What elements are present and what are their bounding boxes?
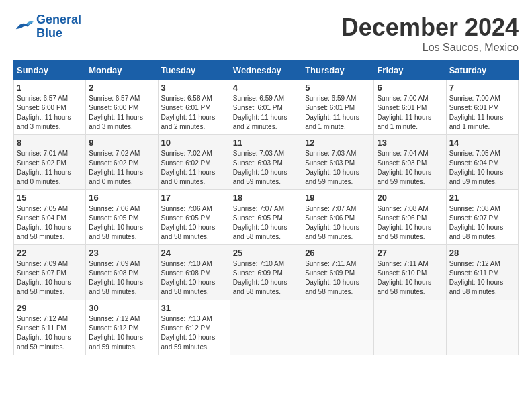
calendar-cell: 10Sunrise: 7:02 AM Sunset: 6:02 PM Dayli… [158, 135, 230, 190]
day-info: Sunrise: 7:12 AM Sunset: 6:11 PM Dayligh… [17, 314, 83, 352]
calendar-cell: 23Sunrise: 7:09 AM Sunset: 6:08 PM Dayli… [86, 245, 158, 300]
day-info: Sunrise: 7:08 AM Sunset: 6:06 PM Dayligh… [377, 204, 443, 242]
calendar-cell: 12Sunrise: 7:03 AM Sunset: 6:03 PM Dayli… [302, 135, 374, 190]
title-section: December 2024 Los Saucos, Mexico [341, 13, 519, 54]
calendar-table: SundayMondayTuesdayWednesdayThursdayFrid… [13, 60, 519, 355]
day-info: Sunrise: 6:57 AM Sunset: 6:00 PM Dayligh… [89, 94, 154, 132]
calendar-cell: 31Sunrise: 7:13 AM Sunset: 6:12 PM Dayli… [158, 300, 230, 355]
day-info: Sunrise: 7:05 AM Sunset: 6:04 PM Dayligh… [17, 204, 83, 242]
day-info: Sunrise: 7:04 AM Sunset: 6:03 PM Dayligh… [377, 149, 443, 187]
day-number: 19 [305, 193, 371, 203]
calendar-cell: 16Sunrise: 7:06 AM Sunset: 6:05 PM Dayli… [86, 190, 158, 245]
calendar-cell: 19Sunrise: 7:07 AM Sunset: 6:06 PM Dayli… [302, 190, 374, 245]
day-number: 3 [161, 83, 227, 93]
logo: General Blue [13, 13, 81, 40]
day-number: 9 [89, 138, 154, 148]
day-info: Sunrise: 7:00 AM Sunset: 6:01 PM Dayligh… [449, 94, 515, 132]
day-number: 12 [305, 138, 371, 148]
day-info: Sunrise: 7:05 AM Sunset: 6:04 PM Dayligh… [449, 149, 515, 187]
logo-general: General [36, 13, 81, 26]
calendar-cell: 18Sunrise: 7:07 AM Sunset: 6:05 PM Dayli… [230, 190, 302, 245]
day-info: Sunrise: 7:10 AM Sunset: 6:09 PM Dayligh… [233, 259, 299, 297]
weekday-header-wednesday: Wednesday [230, 61, 302, 80]
day-number: 4 [233, 83, 299, 93]
day-info: Sunrise: 7:09 AM Sunset: 6:08 PM Dayligh… [89, 259, 154, 297]
day-number: 27 [377, 248, 443, 258]
day-info: Sunrise: 6:57 AM Sunset: 6:00 PM Dayligh… [17, 94, 83, 132]
calendar-cell: 6Sunrise: 7:00 AM Sunset: 6:01 PM Daylig… [374, 80, 446, 135]
day-number: 11 [233, 138, 299, 148]
month-title: December 2024 [341, 13, 519, 42]
day-info: Sunrise: 7:06 AM Sunset: 6:05 PM Dayligh… [161, 204, 227, 242]
day-info: Sunrise: 7:02 AM Sunset: 6:02 PM Dayligh… [161, 149, 227, 187]
calendar-cell: 13Sunrise: 7:04 AM Sunset: 6:03 PM Dayli… [374, 135, 446, 190]
day-info: Sunrise: 6:59 AM Sunset: 6:01 PM Dayligh… [233, 94, 299, 132]
day-number: 24 [161, 248, 227, 258]
location: Los Saucos, Mexico [341, 42, 519, 54]
weekday-header-friday: Friday [374, 61, 446, 80]
calendar-cell: 5Sunrise: 6:59 AM Sunset: 6:01 PM Daylig… [302, 80, 374, 135]
day-number: 30 [89, 303, 154, 313]
calendar-cell: 7Sunrise: 7:00 AM Sunset: 6:01 PM Daylig… [446, 80, 518, 135]
logo-blue: Blue [36, 26, 62, 40]
calendar-cell [302, 300, 374, 355]
day-number: 2 [89, 83, 154, 93]
calendar-cell: 30Sunrise: 7:12 AM Sunset: 6:12 PM Dayli… [86, 300, 158, 355]
calendar-cell: 17Sunrise: 7:06 AM Sunset: 6:05 PM Dayli… [158, 190, 230, 245]
day-number: 23 [89, 248, 154, 258]
calendar-cell: 27Sunrise: 7:11 AM Sunset: 6:10 PM Dayli… [374, 245, 446, 300]
calendar-cell [230, 300, 302, 355]
week-row-4: 22Sunrise: 7:09 AM Sunset: 6:07 PM Dayli… [14, 245, 519, 300]
day-number: 8 [17, 138, 83, 148]
week-row-5: 29Sunrise: 7:12 AM Sunset: 6:11 PM Dayli… [14, 300, 519, 355]
weekday-header-saturday: Saturday [446, 61, 518, 80]
day-number: 26 [305, 248, 371, 258]
calendar-cell: 25Sunrise: 7:10 AM Sunset: 6:09 PM Dayli… [230, 245, 302, 300]
day-number: 1 [17, 83, 83, 93]
weekday-header-tuesday: Tuesday [158, 61, 230, 80]
calendar-cell [446, 300, 518, 355]
day-info: Sunrise: 7:10 AM Sunset: 6:08 PM Dayligh… [161, 259, 227, 297]
day-info: Sunrise: 7:13 AM Sunset: 6:12 PM Dayligh… [161, 314, 227, 352]
calendar-cell: 2Sunrise: 6:57 AM Sunset: 6:00 PM Daylig… [86, 80, 158, 135]
calendar-cell [374, 300, 446, 355]
day-number: 16 [89, 193, 154, 203]
calendar-cell: 15Sunrise: 7:05 AM Sunset: 6:04 PM Dayli… [14, 190, 86, 245]
day-number: 6 [377, 83, 443, 93]
calendar-cell: 14Sunrise: 7:05 AM Sunset: 6:04 PM Dayli… [446, 135, 518, 190]
day-number: 25 [233, 248, 299, 258]
day-number: 15 [17, 193, 83, 203]
day-info: Sunrise: 7:00 AM Sunset: 6:01 PM Dayligh… [377, 94, 443, 132]
day-number: 10 [161, 138, 227, 148]
day-number: 17 [161, 193, 227, 203]
week-row-2: 8Sunrise: 7:01 AM Sunset: 6:02 PM Daylig… [14, 135, 519, 190]
day-info: Sunrise: 6:58 AM Sunset: 6:01 PM Dayligh… [161, 94, 227, 132]
day-number: 5 [305, 83, 371, 93]
day-info: Sunrise: 7:08 AM Sunset: 6:07 PM Dayligh… [449, 204, 515, 242]
day-info: Sunrise: 7:11 AM Sunset: 6:09 PM Dayligh… [305, 259, 371, 297]
day-info: Sunrise: 7:11 AM Sunset: 6:10 PM Dayligh… [377, 259, 443, 297]
day-info: Sunrise: 7:02 AM Sunset: 6:02 PM Dayligh… [89, 149, 154, 187]
calendar-cell: 11Sunrise: 7:03 AM Sunset: 6:03 PM Dayli… [230, 135, 302, 190]
day-number: 20 [377, 193, 443, 203]
calendar-cell: 29Sunrise: 7:12 AM Sunset: 6:11 PM Dayli… [14, 300, 86, 355]
day-info: Sunrise: 7:06 AM Sunset: 6:05 PM Dayligh… [89, 204, 154, 242]
weekday-header-row: SundayMondayTuesdayWednesdayThursdayFrid… [14, 61, 519, 80]
calendar-cell: 1Sunrise: 6:57 AM Sunset: 6:00 PM Daylig… [14, 80, 86, 135]
calendar-cell: 24Sunrise: 7:10 AM Sunset: 6:08 PM Dayli… [158, 245, 230, 300]
calendar-cell: 20Sunrise: 7:08 AM Sunset: 6:06 PM Dayli… [374, 190, 446, 245]
day-info: Sunrise: 7:07 AM Sunset: 6:06 PM Dayligh… [305, 204, 371, 242]
day-info: Sunrise: 6:59 AM Sunset: 6:01 PM Dayligh… [305, 94, 371, 132]
day-number: 31 [161, 303, 227, 313]
calendar-cell: 26Sunrise: 7:11 AM Sunset: 6:09 PM Dayli… [302, 245, 374, 300]
logo-bird-icon [13, 18, 34, 35]
week-row-3: 15Sunrise: 7:05 AM Sunset: 6:04 PM Dayli… [14, 190, 519, 245]
week-row-1: 1Sunrise: 6:57 AM Sunset: 6:00 PM Daylig… [14, 80, 519, 135]
day-info: Sunrise: 7:09 AM Sunset: 6:07 PM Dayligh… [17, 259, 83, 297]
day-number: 22 [17, 248, 83, 258]
day-number: 28 [449, 248, 515, 258]
day-number: 29 [17, 303, 83, 313]
weekday-header-monday: Monday [86, 61, 158, 80]
day-number: 14 [449, 138, 515, 148]
weekday-header-thursday: Thursday [302, 61, 374, 80]
